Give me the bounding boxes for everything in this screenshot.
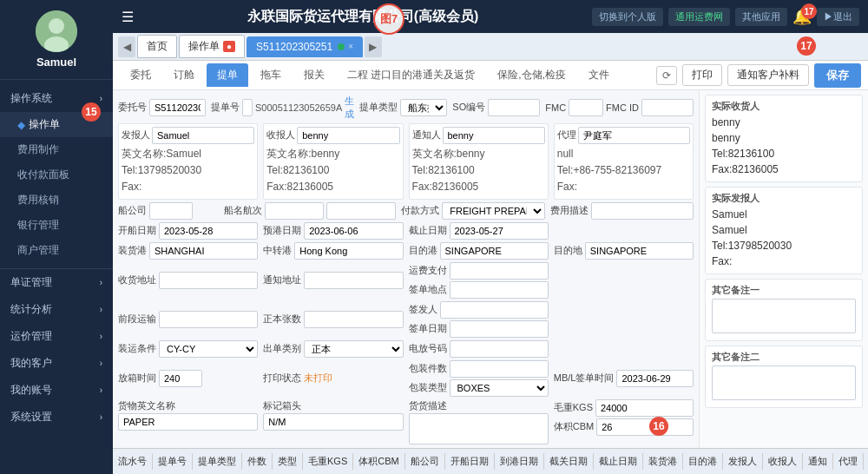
sign-date-input[interactable] — [450, 320, 549, 338]
chevron-right-icon: › — [100, 412, 102, 422]
sign-place-row: 签单地点 — [409, 281, 549, 299]
exit-btn[interactable]: ▶退出 — [817, 8, 859, 26]
sidebar-sub-item-merchant-mgmt[interactable]: 商户管理 — [0, 238, 113, 263]
notify-place-input[interactable] — [304, 272, 403, 289]
consignee-input[interactable] — [297, 127, 399, 144]
sidebar-item-stats[interactable]: 统计分析 › — [0, 296, 113, 323]
other-note1-input[interactable] — [712, 299, 856, 333]
fee-desc-input[interactable] — [591, 202, 694, 220]
refresh-button[interactable]: ⟳ — [656, 66, 677, 85]
bill-type-select[interactable]: 船东提单(MB/L) — [400, 99, 447, 116]
sender-input[interactable] — [152, 127, 254, 144]
chevron-right-icon: › — [100, 385, 102, 395]
agent-input[interactable] — [578, 127, 690, 144]
notify-input[interactable] — [443, 127, 545, 144]
etd-input[interactable] — [159, 222, 258, 240]
bt-col-deadline: 截止日期 — [594, 453, 643, 470]
tab-operation[interactable]: 操作单 ● — [179, 35, 245, 58]
sidebar-item-document-mgmt[interactable]: 单证管理 › — [0, 269, 113, 296]
std-bill-input[interactable] — [304, 311, 403, 328]
form-row-10: 货物英文名称 标记箱头 货货描述 毛重KGS — [118, 399, 694, 444]
freight-pay-row: 运费支付 — [409, 262, 549, 280]
fmc-id-input[interactable] — [641, 99, 694, 116]
sidebar-sub-item-bank-mgmt[interactable]: 银行管理 — [0, 213, 113, 238]
vessel-input[interactable] — [265, 202, 324, 220]
release-no-input[interactable] — [450, 340, 549, 358]
sidebar-item-pricing-mgmt[interactable]: 运价管理 › — [0, 323, 113, 350]
other-apps-btn[interactable]: 其他应用 — [735, 8, 787, 26]
form-left: 委托号 提单号 S00051123052659A 生成 提单类型 船东提单(MB… — [113, 90, 699, 448]
subtab-booking[interactable]: 订舱 — [163, 63, 205, 87]
signer-input[interactable] — [440, 301, 549, 319]
right-panel: 实际收货人 benny benny Tel:82136100 Fax:82136… — [699, 90, 868, 448]
vessel2-input[interactable] — [326, 202, 396, 220]
print-button[interactable]: 打印 — [682, 64, 722, 86]
payment-select[interactable]: FREIGHT PREPAID — [442, 202, 544, 220]
form-row-8: 装运条件 CY-CY 出单类别 正本 电放号码 — [118, 340, 694, 358]
cargo-col: 货物英文名称 — [118, 399, 258, 444]
eta-input[interactable] — [304, 222, 403, 240]
avatar — [36, 10, 77, 52]
sidebar-item-system-settings[interactable]: 系统设置 › — [0, 404, 113, 431]
fee-network-btn[interactable]: 通用运费网 — [668, 8, 730, 26]
switch-personal-btn[interactable]: 切换到个人版 — [592, 8, 663, 26]
notify-row: 通知人 — [412, 127, 545, 144]
transport-select[interactable]: CY-CY — [159, 340, 258, 358]
cut-date-input[interactable] — [450, 222, 549, 240]
annotation-15: 15 — [82, 102, 101, 122]
sender-row: 发报人 — [122, 127, 254, 144]
subtab-customs[interactable]: 报关 — [293, 63, 335, 87]
tab-order-detail[interactable]: S511202305251 × — [247, 36, 363, 57]
other-note2-input[interactable] — [712, 365, 856, 400]
subtab-bill[interactable]: 提单 — [207, 63, 248, 87]
cbm-input[interactable] — [596, 418, 694, 436]
dest-input[interactable] — [440, 242, 549, 260]
order-no-input[interactable] — [149, 99, 206, 116]
sidebar-sub-item-fee-sales[interactable]: 费用核销 — [0, 188, 113, 213]
subtab-destination[interactable]: 二程 进口目的港通关及返货 — [337, 63, 485, 87]
pre-shipment-input[interactable] — [159, 311, 258, 328]
sidebar-sub-item-fee-making[interactable]: 费用制作 — [0, 137, 113, 162]
mbl-date-input[interactable] — [616, 370, 694, 387]
bill-issued-select[interactable]: 正本 — [304, 340, 403, 358]
so-no-input[interactable] — [488, 99, 540, 116]
cargo-en-input[interactable] — [118, 413, 258, 431]
fmc-input[interactable] — [569, 99, 603, 116]
subtab-rail[interactable]: 拖车 — [250, 63, 292, 87]
tab-prev-arrow[interactable]: ◀ — [118, 36, 135, 57]
sidebar-item-my-account[interactable]: 我的账号 › — [0, 377, 113, 404]
sender-details: 英文名称:Samuel Tel:13798520030 Fax: — [122, 146, 254, 196]
delivery-input[interactable] — [159, 272, 258, 289]
subtab-insurance[interactable]: 保险,仓储,检疫 — [487, 63, 576, 87]
bt-col-bill-type: 提单类型 — [193, 453, 242, 470]
etd-field: 开船日期 — [118, 222, 258, 240]
menu-icon[interactable]: ☰ — [122, 9, 134, 25]
cargo-desc-input[interactable] — [409, 413, 549, 444]
booking-no-input[interactable] — [242, 99, 253, 116]
load-port-input[interactable] — [149, 242, 258, 260]
save-button[interactable]: 保存 — [814, 63, 861, 88]
tab-next-arrow[interactable]: ▶ — [365, 36, 382, 57]
freight-pay-input[interactable] — [450, 262, 549, 280]
sign-place-input[interactable] — [450, 281, 549, 299]
notification-badge: 17 — [801, 3, 817, 19]
transit-input[interactable] — [294, 242, 403, 260]
tab-home[interactable]: 首页 — [137, 35, 177, 58]
sidebar-item-my-customers[interactable]: 我的客户 › — [0, 350, 113, 377]
figure7-badge: 图7 — [373, 3, 404, 35]
tab-close-icon[interactable]: × — [348, 42, 353, 51]
chevron-right-icon: › — [100, 359, 102, 368]
dest-place-input[interactable] — [585, 242, 694, 260]
subtab-docs[interactable]: 文件 — [578, 63, 620, 87]
mark-input[interactable] — [263, 413, 403, 431]
bottom-table-row: 流水号 提单号 提单类型 件数 类型 毛重KGS 体积CBM 船公司 开船日期 … — [113, 453, 868, 470]
subtab-pickup[interactable]: 委托 — [120, 63, 161, 87]
pkg-count-input[interactable] — [450, 360, 549, 378]
notify-button[interactable]: 通知客户补料 — [727, 64, 809, 86]
shipping-co-input[interactable] — [149, 202, 193, 220]
free-time-input[interactable] — [159, 370, 202, 387]
pkg-type-select[interactable]: BOXES — [450, 379, 549, 397]
sidebar-sub-item-payment-dashboard[interactable]: 收付款面板 — [0, 162, 113, 188]
gross-kgs-input[interactable] — [595, 399, 694, 417]
generate-link[interactable]: 生成 — [345, 95, 354, 121]
